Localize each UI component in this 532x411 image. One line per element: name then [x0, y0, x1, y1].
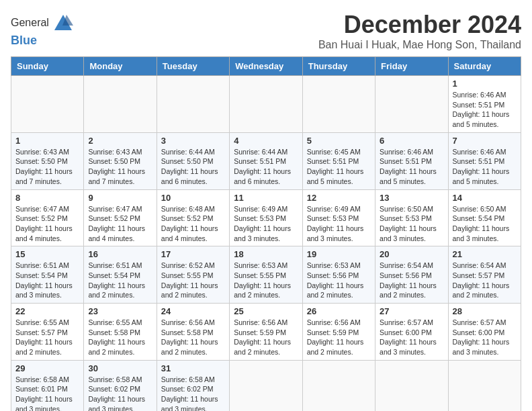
day-cell: 12Sunrise: 6:49 AMSunset: 5:53 PMDayligh… — [302, 189, 375, 246]
day-info: Sunrise: 6:44 AMSunset: 5:50 PMDaylight:… — [161, 147, 225, 187]
day-cell: 15Sunrise: 6:51 AMSunset: 5:54 PMDayligh… — [11, 246, 84, 304]
day-cell: 23Sunrise: 6:55 AMSunset: 5:58 PMDayligh… — [84, 304, 157, 361]
day-cell: 19Sunrise: 6:53 AMSunset: 5:56 PMDayligh… — [302, 246, 375, 304]
day-number: 22 — [15, 306, 79, 316]
day-number: 31 — [161, 363, 225, 373]
day-number: 5 — [307, 136, 371, 146]
day-number: 28 — [453, 306, 517, 316]
week-row-1: 1Sunrise: 6:46 AMSunset: 5:51 PMDaylight… — [11, 76, 521, 133]
day-cell — [157, 76, 229, 133]
day-info: Sunrise: 6:45 AMSunset: 5:51 PMDaylight:… — [307, 147, 371, 187]
day-info: Sunrise: 6:47 AMSunset: 5:52 PMDaylight:… — [88, 204, 152, 244]
day-cell: 8Sunrise: 6:47 AMSunset: 5:52 PMDaylight… — [11, 189, 84, 246]
week-row-5: 22Sunrise: 6:55 AMSunset: 5:57 PMDayligh… — [11, 304, 521, 361]
day-cell: 10Sunrise: 6:48 AMSunset: 5:52 PMDayligh… — [157, 189, 229, 246]
day-info: Sunrise: 6:49 AMSunset: 5:53 PMDaylight:… — [234, 204, 298, 244]
day-cell — [230, 360, 302, 411]
day-number: 24 — [161, 306, 225, 316]
day-info: Sunrise: 6:47 AMSunset: 5:52 PMDaylight:… — [15, 204, 79, 244]
day-cell: 7Sunrise: 6:46 AMSunset: 5:51 PMDaylight… — [448, 132, 521, 189]
day-cell: 26Sunrise: 6:56 AMSunset: 5:59 PMDayligh… — [302, 304, 375, 361]
logo-general-text: General — [11, 17, 49, 28]
day-info: Sunrise: 6:43 AMSunset: 5:50 PMDaylight:… — [88, 147, 152, 187]
day-cell: 1Sunrise: 6:46 AMSunset: 5:51 PMDaylight… — [448, 76, 521, 133]
day-cell — [11, 76, 84, 133]
day-number: 18 — [234, 249, 298, 259]
day-info: Sunrise: 6:43 AMSunset: 5:50 PMDaylight:… — [15, 147, 79, 187]
day-number: 26 — [307, 306, 371, 316]
day-info: Sunrise: 6:54 AMSunset: 5:56 PMDaylight:… — [380, 261, 443, 300]
day-cell — [230, 76, 302, 133]
day-cell: 18Sunrise: 6:53 AMSunset: 5:55 PMDayligh… — [230, 246, 302, 304]
day-cell: 3Sunrise: 6:44 AMSunset: 5:50 PMDaylight… — [157, 132, 229, 189]
day-number: 25 — [234, 306, 298, 316]
day-cell: 6Sunrise: 6:46 AMSunset: 5:51 PMDaylight… — [375, 132, 448, 189]
day-cell: 2Sunrise: 6:43 AMSunset: 5:50 PMDaylight… — [84, 132, 157, 189]
day-cell — [375, 360, 448, 411]
day-cell: 14Sunrise: 6:50 AMSunset: 5:54 PMDayligh… — [448, 189, 521, 246]
day-number: 17 — [161, 249, 225, 259]
day-number: 6 — [380, 136, 443, 146]
day-cell: 24Sunrise: 6:56 AMSunset: 5:58 PMDayligh… — [157, 304, 229, 361]
day-number: 4 — [234, 136, 298, 146]
logo-line1: General — [11, 13, 73, 34]
day-cell: 31Sunrise: 6:58 AMSunset: 6:02 PMDayligh… — [157, 360, 229, 411]
day-cell: 11Sunrise: 6:49 AMSunset: 5:53 PMDayligh… — [230, 189, 302, 246]
day-cell: 1Sunrise: 6:43 AMSunset: 5:50 PMDaylight… — [11, 132, 84, 189]
column-header-tuesday: Tuesday — [157, 57, 229, 76]
day-cell — [84, 76, 157, 133]
day-cell: 30Sunrise: 6:58 AMSunset: 6:02 PMDayligh… — [84, 360, 157, 411]
day-number: 20 — [380, 249, 443, 259]
day-cell: 20Sunrise: 6:54 AMSunset: 5:56 PMDayligh… — [375, 246, 448, 304]
day-info: Sunrise: 6:58 AMSunset: 6:01 PMDaylight:… — [15, 375, 79, 411]
day-number: 1 — [453, 79, 517, 89]
day-number: 7 — [453, 136, 517, 146]
column-header-wednesday: Wednesday — [230, 57, 302, 76]
day-number: 2 — [88, 136, 152, 146]
day-cell: 17Sunrise: 6:52 AMSunset: 5:55 PMDayligh… — [157, 246, 229, 304]
day-number: 8 — [15, 193, 79, 203]
day-cell: 25Sunrise: 6:56 AMSunset: 5:59 PMDayligh… — [230, 304, 302, 361]
day-info: Sunrise: 6:54 AMSunset: 5:57 PMDaylight:… — [453, 261, 517, 300]
day-info: Sunrise: 6:51 AMSunset: 5:54 PMDaylight:… — [15, 261, 79, 300]
day-cell: 21Sunrise: 6:54 AMSunset: 5:57 PMDayligh… — [448, 246, 521, 304]
column-header-monday: Monday — [84, 57, 157, 76]
day-cell — [448, 360, 521, 411]
day-number: 14 — [453, 193, 517, 203]
calendar-table: SundayMondayTuesdayWednesdayThursdayFrid… — [11, 56, 521, 411]
day-info: Sunrise: 6:55 AMSunset: 5:58 PMDaylight:… — [88, 318, 152, 357]
day-number: 21 — [453, 249, 517, 259]
day-info: Sunrise: 6:46 AMSunset: 5:51 PMDaylight:… — [380, 147, 443, 187]
day-number: 29 — [15, 363, 79, 373]
day-number: 30 — [88, 363, 152, 373]
day-info: Sunrise: 6:53 AMSunset: 5:56 PMDaylight:… — [307, 261, 371, 300]
day-info: Sunrise: 6:49 AMSunset: 5:53 PMDaylight:… — [307, 204, 371, 244]
day-number: 10 — [161, 193, 225, 203]
day-number: 9 — [88, 193, 152, 203]
column-header-sunday: Sunday — [11, 57, 84, 76]
day-number: 13 — [380, 193, 443, 203]
day-info: Sunrise: 6:50 AMSunset: 5:53 PMDaylight:… — [380, 204, 443, 244]
day-cell: 16Sunrise: 6:51 AMSunset: 5:54 PMDayligh… — [84, 246, 157, 304]
logo: General Blue — [11, 13, 73, 48]
title-area: December 2024 Ban Huai I Huak, Mae Hong … — [318, 11, 521, 51]
day-info: Sunrise: 6:50 AMSunset: 5:54 PMDaylight:… — [453, 204, 517, 244]
day-number: 27 — [380, 306, 443, 316]
week-row-2: 1Sunrise: 6:43 AMSunset: 5:50 PMDaylight… — [11, 132, 521, 189]
day-info: Sunrise: 6:56 AMSunset: 5:58 PMDaylight:… — [161, 318, 225, 357]
day-cell — [302, 360, 375, 411]
day-number: 12 — [307, 193, 371, 203]
page-header: General Blue December 2024 Ban Huai I Hu… — [11, 11, 521, 51]
week-row-6: 29Sunrise: 6:58 AMSunset: 6:01 PMDayligh… — [11, 360, 521, 411]
column-header-friday: Friday — [375, 57, 448, 76]
week-row-3: 8Sunrise: 6:47 AMSunset: 5:52 PMDaylight… — [11, 189, 521, 246]
column-header-thursday: Thursday — [302, 57, 375, 76]
day-number: 16 — [88, 249, 152, 259]
day-info: Sunrise: 6:57 AMSunset: 6:00 PMDaylight:… — [453, 318, 517, 357]
day-info: Sunrise: 6:53 AMSunset: 5:55 PMDaylight:… — [234, 261, 298, 300]
day-cell: 4Sunrise: 6:44 AMSunset: 5:51 PMDaylight… — [230, 132, 302, 189]
day-number: 3 — [161, 136, 225, 146]
header-row: SundayMondayTuesdayWednesdayThursdayFrid… — [11, 57, 521, 76]
day-number: 1 — [15, 136, 79, 146]
day-number: 19 — [307, 249, 371, 259]
